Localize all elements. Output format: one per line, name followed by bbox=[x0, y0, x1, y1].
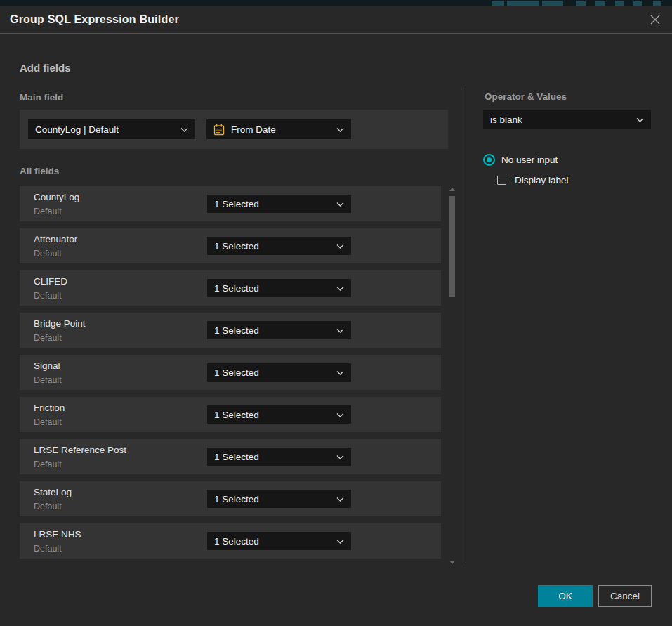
dialog-title: Group SQL Expression Builder bbox=[10, 13, 179, 26]
field-row: StateLog Default 1 Selected bbox=[20, 481, 441, 516]
selected-count-dropdown[interactable]: 1 Selected bbox=[207, 490, 351, 508]
selected-count-dropdown[interactable]: 1 Selected bbox=[207, 321, 351, 339]
display-label-label: Display label bbox=[515, 175, 569, 185]
selected-count-value: 1 Selected bbox=[214, 241, 259, 252]
selected-count-value: 1 Selected bbox=[214, 199, 259, 209]
scroll-up-icon[interactable] bbox=[449, 188, 455, 191]
chevron-down-icon bbox=[636, 115, 644, 125]
chevron-down-icon bbox=[336, 494, 344, 504]
chevron-down-icon bbox=[336, 410, 344, 420]
chevron-down-icon bbox=[336, 241, 344, 252]
selected-count-value: 1 Selected bbox=[214, 410, 259, 420]
cancel-button[interactable]: Cancel bbox=[598, 585, 652, 607]
chevron-down-icon bbox=[336, 367, 344, 378]
close-icon[interactable] bbox=[648, 13, 662, 27]
chevron-down-icon bbox=[336, 124, 344, 135]
selected-count-value: 1 Selected bbox=[214, 494, 259, 504]
chevron-down-icon bbox=[336, 199, 344, 209]
date-field-select-dropdown[interactable]: From Date bbox=[206, 119, 351, 139]
list-scrollbar[interactable] bbox=[449, 185, 456, 566]
selected-count-value: 1 Selected bbox=[214, 367, 259, 378]
operator-select-dropdown[interactable]: is blank bbox=[483, 110, 651, 129]
scroll-thumb[interactable] bbox=[449, 196, 455, 297]
field-list: CountyLog Default 1 Selected Attenuator … bbox=[20, 186, 441, 566]
field-row: Friction Default 1 Selected bbox=[20, 397, 441, 432]
chevron-down-icon bbox=[336, 325, 344, 336]
chevron-down-icon bbox=[180, 124, 188, 135]
layer-select-value: CountyLog | Default bbox=[35, 124, 119, 135]
checkbox-unchecked-icon bbox=[497, 176, 506, 185]
main-field-panel: CountyLog | Default From Date bbox=[20, 110, 448, 149]
selected-count-value: 1 Selected bbox=[214, 452, 259, 462]
selected-count-dropdown[interactable]: 1 Selected bbox=[207, 195, 351, 213]
date-field-select-value: From Date bbox=[231, 124, 276, 135]
field-row: Attenuator Default 1 Selected bbox=[20, 228, 441, 263]
selected-count-dropdown[interactable]: 1 Selected bbox=[207, 448, 351, 466]
panel-divider bbox=[466, 88, 466, 563]
group-sql-expression-builder-dialog: Group SQL Expression Builder Add fields … bbox=[0, 6, 672, 626]
all-fields-label: All fields bbox=[20, 166, 59, 176]
field-row: Bridge Point Default 1 Selected bbox=[20, 313, 441, 348]
display-label-checkbox[interactable]: Display label bbox=[497, 175, 569, 185]
screen: Group SQL Expression Builder Add fields … bbox=[0, 0, 672, 626]
scroll-down-icon[interactable] bbox=[449, 561, 455, 564]
selected-count-dropdown[interactable]: 1 Selected bbox=[207, 237, 351, 255]
layer-select-dropdown[interactable]: CountyLog | Default bbox=[28, 119, 195, 139]
operator-select-value: is blank bbox=[490, 115, 522, 125]
selected-count-value: 1 Selected bbox=[214, 283, 259, 294]
selected-count-dropdown[interactable]: 1 Selected bbox=[207, 532, 351, 550]
selected-count-value: 1 Selected bbox=[214, 325, 259, 336]
field-row: LRSE NHS Default 1 Selected bbox=[20, 523, 441, 559]
main-field-label: Main field bbox=[20, 92, 63, 103]
no-user-input-label: No user input bbox=[501, 155, 558, 165]
selected-count-dropdown[interactable]: 1 Selected bbox=[207, 405, 351, 424]
chevron-down-icon bbox=[336, 536, 344, 547]
field-row: LRSE Reference Post Default 1 Selected bbox=[20, 439, 441, 474]
field-row: CountyLog Default 1 Selected bbox=[20, 186, 441, 221]
selected-count-dropdown[interactable]: 1 Selected bbox=[207, 279, 351, 297]
chevron-down-icon bbox=[336, 283, 344, 294]
radio-selected-icon bbox=[483, 154, 495, 166]
dialog-header: Group SQL Expression Builder bbox=[0, 6, 672, 34]
add-fields-heading: Add fields bbox=[20, 62, 71, 74]
calendar-icon bbox=[213, 124, 225, 136]
operator-values-heading: Operator & Values bbox=[485, 91, 567, 102]
field-row: CLIFED Default 1 Selected bbox=[20, 270, 441, 306]
background-app-strip bbox=[0, 0, 672, 6]
field-row: Signal Default 1 Selected bbox=[20, 355, 441, 390]
ok-button[interactable]: OK bbox=[538, 585, 593, 607]
no-user-input-radio[interactable]: No user input bbox=[483, 154, 558, 166]
selected-count-value: 1 Selected bbox=[214, 536, 259, 547]
chevron-down-icon bbox=[336, 452, 344, 462]
selected-count-dropdown[interactable]: 1 Selected bbox=[207, 363, 351, 382]
